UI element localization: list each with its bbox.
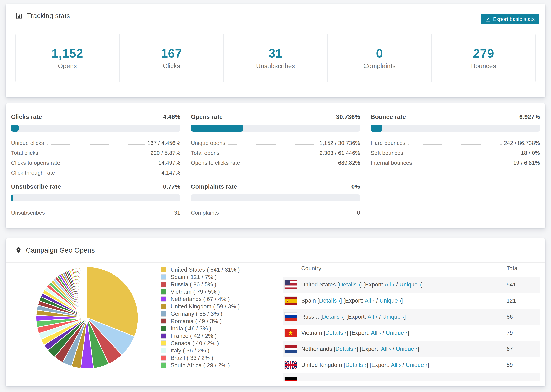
export-all-link[interactable]: All › <box>371 329 381 336</box>
export-basic-stats-button[interactable]: Export basic stats <box>481 14 539 24</box>
export-all-link[interactable]: All › <box>384 281 395 288</box>
rate-progress-track <box>371 125 540 132</box>
dotted-leader <box>409 144 502 145</box>
geo-table-row: Netherlands [Details ›] [Export: All › /… <box>283 341 540 357</box>
bracket: ] <box>427 362 429 368</box>
legend-label: United States ( 541 / 31% ) <box>171 266 240 273</box>
bracket: ] <box>408 329 409 336</box>
map-pin-icon <box>15 246 22 254</box>
details-link[interactable]: Details › <box>322 314 343 320</box>
slash: / <box>381 329 386 336</box>
export-all-link[interactable]: All › <box>391 362 401 368</box>
dotted-leader <box>63 164 156 164</box>
tracking-stats-card: Tracking stats Export basic stats 1,152O… <box>6 4 545 97</box>
rate-progress-fill <box>371 125 382 132</box>
rate-row-label: Complaints <box>191 210 219 216</box>
details-link[interactable]: Details › <box>335 346 357 352</box>
kpi-stats-row: 1,152Opens167Clicks31Unsubscribes0Compla… <box>15 34 536 82</box>
legend-label: Russia ( 86 / 5% ) <box>171 281 216 288</box>
legend-label: Netherlands ( 67 / 4% ) <box>171 296 230 302</box>
legend-label: Germany ( 55 / 3% ) <box>171 311 222 317</box>
geo-row-total: 541 <box>488 281 540 288</box>
bracket: ] <box>421 281 423 288</box>
bracket: [ <box>337 281 339 288</box>
geo-row-country-cell: Netherlands [Details ›] [Export: All › /… <box>301 346 488 352</box>
rate-progress-fill <box>11 195 13 201</box>
bracket: ] [ <box>367 362 371 368</box>
rate-section-head: Opens rate30.736% <box>191 113 360 120</box>
rate-row-label: Opens to clicks rate <box>191 160 240 166</box>
legend-label: Brazil ( 33 / 2% ) <box>171 355 213 361</box>
legend-item: Canada ( 40 / 2% ) <box>161 339 240 347</box>
rate-row-value: 1,152 / 30.736% <box>319 140 360 146</box>
rate-title: Opens rate <box>191 113 223 120</box>
export-unique-link[interactable]: Unique › <box>382 314 404 320</box>
pie-slice[interactable] <box>87 267 87 318</box>
legend-item: Spain ( 121 / 7% ) <box>161 273 240 281</box>
export-unique-link[interactable]: Unique › <box>396 346 417 352</box>
rate-section-head: Complaints rate0% <box>191 183 360 190</box>
bracket: [ <box>324 329 325 336</box>
rate-row-label: Internal bounces <box>371 160 412 166</box>
geo-table-row: Spain [Details ›] [Export: All › / Uniqu… <box>283 293 540 309</box>
dotted-leader <box>41 154 148 154</box>
flag-gb-icon <box>285 361 297 369</box>
legend-swatch <box>161 304 166 309</box>
export-unique-link[interactable]: Unique › <box>380 297 401 304</box>
rate-value: 0% <box>351 183 360 190</box>
details-link[interactable]: Details › <box>319 297 340 304</box>
kpi-label: Complaints <box>363 63 396 70</box>
rate-rows: Unique clicks167 / 4.456%Total clicks220… <box>11 136 180 176</box>
bracket: ] [ <box>346 329 351 336</box>
legend-item: Netherlands ( 67 / 4% ) <box>161 295 240 303</box>
legend-swatch <box>161 340 166 346</box>
country-name: Vietnam <box>301 329 324 336</box>
export-unique-link[interactable]: Unique › <box>399 281 421 288</box>
kpi-cell-bounces: 279Bounces <box>432 34 536 82</box>
export-all-link[interactable]: All › <box>381 346 391 352</box>
country-name: United States <box>301 281 337 288</box>
rate-row: Click through rate4.147% <box>11 166 180 176</box>
geo-row-country-cell: United Kingdom [Details ›] [Export: All … <box>301 362 488 368</box>
flag-es-icon <box>285 297 297 305</box>
rate-row-label: Click through rate <box>11 170 55 176</box>
legend-item: France ( 42 / 2% ) <box>161 332 240 339</box>
rates-grid: Clicks rate4.46%Unique clicks167 / 4.456… <box>11 113 540 216</box>
rate-row: Clicks to opens rate14.497% <box>11 156 180 166</box>
bracket: ] <box>401 297 403 304</box>
export-all-link[interactable]: All › <box>365 297 374 304</box>
legend-swatch <box>161 326 166 331</box>
rate-row: Unique opens1,152 / 30.736% <box>191 136 360 146</box>
details-link[interactable]: Details › <box>339 281 360 288</box>
bracket: ] [ <box>357 346 361 352</box>
kpi-value: 279 <box>473 46 494 60</box>
legend-item: Russia ( 86 / 5% ) <box>161 281 240 288</box>
rates-card: Clicks rate4.46%Unique clicks167 / 4.456… <box>6 104 545 228</box>
rate-progress-track <box>191 125 360 132</box>
dotted-leader <box>228 144 317 145</box>
export-unique-link[interactable]: Unique › <box>386 329 408 336</box>
bar-chart-icon <box>15 12 23 20</box>
geo-row-flag-cell <box>283 345 301 353</box>
rate-row: Total clicks220 / 5.87% <box>11 146 180 156</box>
export-all-link[interactable]: All › <box>367 314 377 320</box>
export-prefix: Export: <box>345 297 365 304</box>
rate-row: Unique clicks167 / 4.456% <box>11 136 180 146</box>
details-link[interactable]: Details › <box>345 362 367 368</box>
legend-label: India ( 46 / 3% ) <box>171 325 211 332</box>
geo-row-total: 59 <box>488 362 540 368</box>
flag-nl-icon <box>285 345 297 353</box>
country-name: United Kingdom <box>301 362 344 368</box>
bracket: ] [ <box>343 314 348 320</box>
rate-row-value: 689.82% <box>338 160 360 166</box>
rate-row-value: 14.497% <box>158 160 180 166</box>
rate-row-label: Clicks to opens rate <box>11 160 60 166</box>
export-unique-link[interactable]: Unique › <box>406 362 427 368</box>
geo-table-body: United States [Details ›] [Export: All ›… <box>283 277 540 381</box>
kpi-value: 31 <box>268 46 283 60</box>
geo-table-row <box>283 373 540 381</box>
legend-item: India ( 46 / 3% ) <box>161 325 240 332</box>
slash: / <box>401 362 406 368</box>
geo-row-country-cell: Spain [Details ›] [Export: All › / Uniqu… <box>301 297 488 304</box>
details-link[interactable]: Details › <box>325 329 347 336</box>
